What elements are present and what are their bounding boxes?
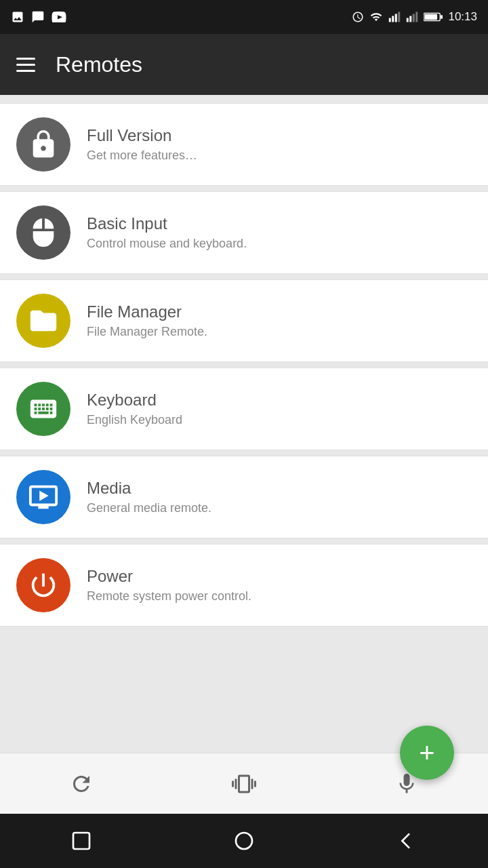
- signal-icon: [388, 11, 401, 23]
- youtube-icon: [52, 12, 66, 22]
- media-title: Media: [87, 479, 472, 498]
- basic-input-text: Basic Input Control mouse and keyboard.: [87, 214, 472, 251]
- alarm-icon: [352, 11, 364, 23]
- add-remote-fab[interactable]: +: [400, 726, 454, 780]
- mouse-icon: [16, 205, 70, 260]
- power-icon: [16, 558, 70, 612]
- folder-icon: [16, 294, 70, 348]
- list-item-media[interactable]: Media General media remote.: [0, 456, 488, 538]
- basic-input-subtitle: Control mouse and keyboard.: [87, 237, 472, 251]
- battery-icon: [424, 12, 443, 22]
- full-version-subtitle: Get more features…: [87, 149, 472, 163]
- basic-input-title: Basic Input: [87, 214, 472, 233]
- svg-point-12: [236, 833, 252, 849]
- media-icon: [16, 470, 70, 524]
- list-item-file-manager[interactable]: File Manager File Manager Remote.: [0, 279, 488, 362]
- file-manager-title: File Manager: [87, 302, 472, 321]
- lock-icon: [16, 117, 70, 172]
- status-icons-right: 10:13: [352, 10, 477, 24]
- signal2-icon: [406, 11, 418, 23]
- keyboard-subtitle: English Keyboard: [87, 413, 472, 427]
- keyboard-icon: [16, 382, 70, 436]
- home-button[interactable]: [227, 824, 261, 858]
- full-version-title: Full Version: [87, 126, 472, 145]
- photo-icon: [11, 10, 24, 24]
- svg-rect-9: [425, 14, 438, 20]
- keyboard-title: Keyboard: [87, 391, 472, 410]
- remotes-list: Full Version Get more features… Basic In…: [0, 95, 488, 753]
- svg-rect-11: [73, 833, 89, 849]
- back-button[interactable]: [390, 824, 424, 858]
- svg-rect-6: [413, 14, 415, 22]
- power-title: Power: [87, 567, 472, 586]
- svg-rect-3: [399, 12, 401, 22]
- list-item-power[interactable]: Power Remote system power control.: [0, 544, 488, 627]
- time-display: 10:13: [448, 10, 477, 24]
- power-subtitle: Remote system power control.: [87, 589, 472, 604]
- list-item-keyboard[interactable]: Keyboard English Keyboard: [0, 368, 488, 450]
- list-item-full-version[interactable]: Full Version Get more features…: [0, 103, 488, 186]
- full-version-text: Full Version Get more features…: [87, 126, 472, 163]
- menu-button[interactable]: [16, 58, 35, 72]
- media-text: Media General media remote.: [87, 479, 472, 515]
- refresh-button[interactable]: [61, 764, 102, 804]
- svg-rect-0: [389, 18, 391, 22]
- svg-rect-5: [410, 16, 412, 22]
- wifi-icon: [369, 11, 383, 23]
- status-icons-left: [11, 10, 66, 24]
- svg-rect-4: [407, 18, 409, 22]
- status-bar: 10:13: [0, 0, 488, 34]
- power-text: Power Remote system power control.: [87, 567, 472, 604]
- svg-rect-2: [395, 14, 397, 22]
- media-subtitle: General media remote.: [87, 501, 472, 515]
- svg-rect-10: [441, 15, 443, 19]
- file-manager-text: File Manager File Manager Remote.: [87, 302, 472, 339]
- list-item-basic-input[interactable]: Basic Input Control mouse and keyboard.: [0, 191, 488, 274]
- svg-rect-1: [392, 16, 394, 22]
- chat-icon: [31, 10, 45, 24]
- recents-button[interactable]: [64, 824, 98, 858]
- nav-bar: [0, 814, 488, 868]
- file-manager-subtitle: File Manager Remote.: [87, 325, 472, 339]
- vibrate-button[interactable]: [224, 764, 264, 804]
- keyboard-text: Keyboard English Keyboard: [87, 391, 472, 427]
- svg-rect-7: [416, 12, 418, 22]
- app-bar: Remotes: [0, 34, 488, 95]
- page-title: Remotes: [56, 52, 142, 77]
